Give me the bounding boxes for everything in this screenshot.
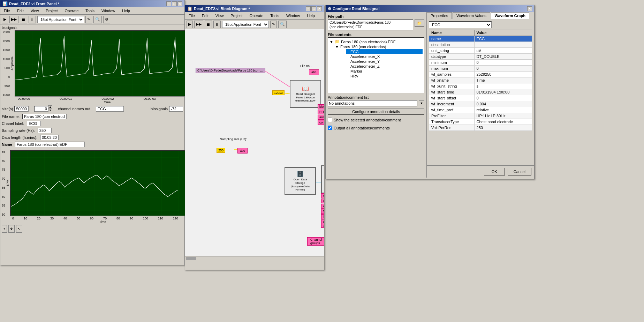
menu-tools[interactable]: Tools bbox=[83, 8, 97, 14]
spinner-input[interactable]: 0 bbox=[34, 106, 48, 112]
bd-menu-help[interactable]: Help bbox=[305, 13, 317, 18]
maximize-button[interactable]: □ bbox=[172, 1, 177, 6]
table-row[interactable]: ValsPerRec250 bbox=[429, 125, 532, 131]
menu-view[interactable]: View bbox=[29, 8, 41, 14]
tab-properties[interactable]: Properties bbox=[427, 12, 452, 19]
bd-menu-edit[interactable]: Edit bbox=[200, 13, 211, 18]
close-button[interactable]: ✕ bbox=[177, 1, 182, 6]
tree-accel-y[interactable]: Accelerometer_Y bbox=[346, 59, 423, 64]
output-all-checkbox[interactable] bbox=[328, 126, 332, 130]
table-row[interactable]: PreFilterHP:1Hz LP:30Hz bbox=[429, 113, 532, 119]
table-row[interactable]: wf_start_time01/01/1904 1:00:00 bbox=[429, 89, 532, 95]
sampling-rate-value[interactable]: 250 bbox=[38, 128, 52, 133]
tree-ecg[interactable]: ECG bbox=[346, 49, 423, 54]
open-data-storage-node[interactable]: 🗄️ Open DataStorage[EuropeanDataFormat] bbox=[285, 167, 316, 195]
tree-root[interactable]: ▼ 📁 Faros 180 (con electrodos).EDF bbox=[329, 39, 423, 44]
cancel-button[interactable]: Cancel bbox=[508, 168, 531, 175]
chanel-label-value[interactable]: ECG bbox=[27, 121, 41, 126]
bd-run-cont[interactable]: ▶▶ bbox=[194, 21, 203, 28]
annotation-select[interactable]: No annotations bbox=[328, 100, 417, 106]
bd-minimize[interactable]: − bbox=[306, 6, 311, 11]
bd-close[interactable]: ✕ bbox=[317, 6, 322, 11]
pause-button[interactable]: ⏸ bbox=[29, 16, 36, 23]
table-row[interactable]: wf_time_prefrelative bbox=[429, 107, 532, 113]
get-properties-node[interactable]: 📄 Get Properties[File] bbox=[321, 165, 324, 193]
run-continuous-button[interactable]: ▶▶ bbox=[9, 16, 18, 23]
menu-file[interactable]: File bbox=[2, 8, 12, 14]
bd-maximize[interactable]: □ bbox=[311, 6, 316, 11]
bpm-chart[interactable] bbox=[10, 150, 193, 216]
bd-menu-window[interactable]: Window bbox=[284, 13, 302, 18]
data-length-value[interactable]: 00:03:20 bbox=[40, 135, 59, 140]
bd-toolbar-extra1[interactable]: ✎ bbox=[270, 21, 277, 28]
menu-edit[interactable]: Edit bbox=[15, 8, 26, 14]
tree-marker[interactable]: Marker bbox=[346, 69, 423, 74]
bd-scroll-thumb-h[interactable] bbox=[186, 257, 196, 260]
tree-accel-z[interactable]: Accelerometer_Z bbox=[346, 64, 423, 69]
bd-font-selector[interactable]: 15pt Application Font bbox=[222, 21, 269, 28]
bd-stop[interactable]: ⏹ bbox=[205, 21, 212, 28]
read-biosignal-node[interactable]: 📖 Read BiosignalFaros 180 (conelectrodos… bbox=[290, 80, 321, 108]
toolbar-extra2[interactable]: 🔍 bbox=[93, 16, 102, 23]
table-row[interactable]: TransducerTypeChest band electrode bbox=[429, 119, 532, 125]
table-row[interactable]: wf_increment0.004 bbox=[429, 101, 532, 107]
bd-menu-file[interactable]: File bbox=[187, 13, 197, 18]
table-row[interactable]: description bbox=[429, 42, 532, 48]
minimize-button[interactable]: − bbox=[166, 1, 171, 6]
table-row[interactable]: wf_start_offset0 bbox=[429, 95, 532, 101]
bd-menu-project[interactable]: Project bbox=[228, 13, 244, 18]
menu-project[interactable]: Project bbox=[44, 8, 60, 14]
run-button[interactable]: ▶ bbox=[2, 16, 8, 23]
ecg-selector[interactable]: ECG bbox=[429, 21, 492, 28]
spinner-down[interactable]: ▼ bbox=[48, 109, 52, 112]
config-close[interactable]: ✕ bbox=[527, 6, 532, 11]
number-constant[interactable]: 12000 bbox=[272, 90, 285, 95]
file-name-output[interactable]: abc bbox=[309, 69, 319, 75]
table-row[interactable]: wf_xnameTime bbox=[429, 77, 532, 83]
bd-run[interactable]: ▶ bbox=[187, 21, 193, 28]
tree-child[interactable]: ▼ Faros 180 (con electrodos) bbox=[335, 44, 423, 49]
tree-hrv[interactable]: HRV bbox=[346, 74, 423, 78]
file-path-constant[interactable]: C:\Users\DrFede\Downloads\Faros 180 (con… bbox=[196, 68, 265, 73]
bd-scrollbar-h[interactable] bbox=[185, 256, 324, 260]
sampling-abc[interactable]: abc bbox=[237, 148, 248, 153]
bd-toolbar-extra2[interactable]: 🔍 bbox=[278, 21, 287, 28]
pan-button[interactable]: ✥ bbox=[8, 225, 15, 233]
show-selected-checkbox[interactable] bbox=[328, 118, 332, 122]
annotation-dropdown[interactable]: ▼ bbox=[419, 100, 424, 106]
tab-waveform-values[interactable]: Waveform Values bbox=[453, 12, 490, 19]
bd-menu-tools[interactable]: Tools bbox=[268, 13, 281, 18]
ok-button[interactable]: OK bbox=[484, 168, 505, 175]
tab-waveform-graph[interactable]: Waveform Graph bbox=[491, 12, 529, 19]
file-name-value[interactable]: Faros 180 (con electrod bbox=[22, 114, 66, 119]
ecg-chart[interactable] bbox=[15, 30, 198, 97]
spinner-up[interactable]: ▲ bbox=[48, 105, 52, 109]
table-row[interactable]: unit_stringuV bbox=[429, 48, 532, 54]
spinner[interactable]: 0 ▲ ▼ bbox=[34, 105, 52, 112]
bd-menu-operate[interactable]: Operate bbox=[248, 13, 266, 18]
toolbar-extra3[interactable]: ⚙ bbox=[103, 16, 110, 23]
sampling-rate-constant[interactable]: 250 bbox=[217, 148, 225, 153]
font-selector[interactable]: 15pt Application Font bbox=[37, 16, 84, 23]
zoom-button[interactable]: + bbox=[2, 225, 7, 233]
tree-accel-x[interactable]: Accelerometer_X bbox=[346, 54, 423, 59]
stop-button[interactable]: ⏹ bbox=[20, 16, 27, 23]
toolbar-extra1[interactable]: ✎ bbox=[85, 16, 92, 23]
bd-pause[interactable]: ⏸ bbox=[213, 21, 221, 28]
size-value[interactable]: 50000 bbox=[14, 106, 29, 112]
table-row[interactable]: nameECG bbox=[429, 36, 532, 42]
file-path-value[interactable]: C:\Users\DrFede\Downloads\Faros 180(con … bbox=[328, 19, 413, 30]
menu-operate[interactable]: Operate bbox=[63, 8, 81, 14]
ecg-input[interactable]: ECG bbox=[96, 106, 124, 112]
menu-window[interactable]: Window bbox=[99, 8, 117, 14]
table-row[interactable]: wf_samples2529250 bbox=[429, 72, 532, 77]
configure-annotation-btn[interactable]: Configure annotation details bbox=[328, 108, 424, 115]
menu-help[interactable]: Help bbox=[120, 8, 132, 14]
bd-menu-view[interactable]: View bbox=[213, 13, 226, 18]
table-row[interactable]: datatypeDT_DOUBLE bbox=[429, 54, 532, 60]
biosignals-value[interactable]: -72 bbox=[169, 106, 183, 112]
table-row[interactable]: minimum0 bbox=[429, 60, 532, 66]
file-tree[interactable]: ▼ 📁 Faros 180 (con electrodos).EDF ▼ Far… bbox=[328, 37, 424, 93]
browse-button[interactable]: 📁 bbox=[415, 19, 424, 27]
table-row[interactable]: wf_xunit_strings bbox=[429, 83, 532, 89]
